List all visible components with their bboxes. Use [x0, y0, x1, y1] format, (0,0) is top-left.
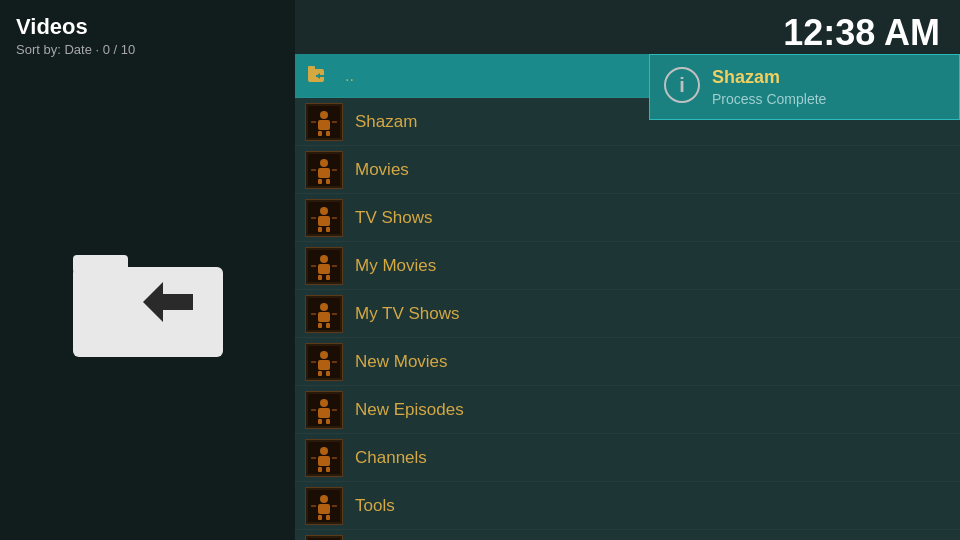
item-thumbnail-icon [305, 343, 343, 381]
svg-rect-0 [73, 267, 223, 357]
svg-rect-37 [318, 312, 330, 322]
item-thumbnail-icon [305, 247, 343, 285]
list-items-container: Shazam Movies TV Shows [295, 98, 960, 540]
back-icon [305, 62, 333, 90]
svg-rect-39 [326, 323, 330, 328]
svg-rect-66 [318, 515, 322, 520]
item-label: Shazam [355, 112, 417, 132]
svg-rect-51 [318, 408, 330, 418]
list-item[interactable]: Tools [295, 482, 960, 530]
info-content: Shazam Process Complete [712, 67, 826, 107]
svg-point-43 [320, 351, 328, 359]
item-thumbnail-icon [305, 295, 343, 333]
list-item[interactable]: Search [295, 530, 960, 540]
folder-back-icon [68, 237, 228, 367]
list-item[interactable]: My TV Shows [295, 290, 960, 338]
svg-point-57 [320, 447, 328, 455]
info-title: Shazam [712, 67, 826, 88]
svg-rect-45 [318, 371, 322, 376]
clock: 12:38 AM [783, 12, 940, 54]
list-item[interactable]: Channels [295, 434, 960, 482]
list-item[interactable]: TV Shows [295, 194, 960, 242]
separator: · [96, 42, 103, 57]
svg-rect-67 [326, 515, 330, 520]
svg-rect-30 [318, 264, 330, 274]
info-icon: i [664, 67, 700, 103]
svg-point-15 [320, 159, 328, 167]
svg-rect-10 [318, 131, 322, 136]
item-label: My TV Shows [355, 304, 460, 324]
svg-point-36 [320, 303, 328, 311]
sort-label: Sort by: Date [16, 42, 92, 57]
svg-rect-11 [326, 131, 330, 136]
list-item[interactable]: New Movies [295, 338, 960, 386]
svg-rect-17 [318, 179, 322, 184]
svg-rect-59 [318, 467, 322, 472]
item-thumbnail-icon [305, 535, 343, 541]
svg-rect-23 [318, 216, 330, 226]
info-popup: i Shazam Process Complete [649, 54, 960, 120]
item-label: TV Shows [355, 208, 432, 228]
svg-rect-31 [318, 275, 322, 280]
svg-point-64 [320, 495, 328, 503]
list-panel: .. Shazam Movies [295, 54, 960, 540]
list-item[interactable]: Movies [295, 146, 960, 194]
item-thumbnail-icon [305, 487, 343, 525]
svg-point-22 [320, 207, 328, 215]
sort-info: Sort by: Date · 0 / 10 [16, 42, 279, 57]
item-thumbnail-icon [305, 199, 343, 237]
info-subtitle: Process Complete [712, 91, 826, 107]
svg-rect-16 [318, 168, 330, 178]
folder-icon-area [0, 63, 295, 540]
svg-point-8 [320, 111, 328, 119]
svg-point-50 [320, 399, 328, 407]
svg-rect-65 [318, 504, 330, 514]
item-label: Tools [355, 496, 395, 516]
page-title: Videos [16, 14, 279, 40]
left-panel: Videos Sort by: Date · 0 / 10 [0, 0, 295, 540]
svg-rect-32 [326, 275, 330, 280]
item-label: Channels [355, 448, 427, 468]
svg-rect-38 [318, 323, 322, 328]
svg-rect-18 [326, 179, 330, 184]
svg-rect-9 [318, 120, 330, 130]
svg-rect-1 [73, 255, 128, 273]
item-count: 0 / 10 [103, 42, 136, 57]
item-thumbnail-icon [305, 391, 343, 429]
item-label: My Movies [355, 256, 436, 276]
svg-rect-60 [326, 467, 330, 472]
back-item-label: .. [345, 67, 354, 85]
item-thumbnail-icon [305, 151, 343, 189]
list-item[interactable]: My Movies [295, 242, 960, 290]
list-item[interactable]: New Episodes [295, 386, 960, 434]
svg-point-29 [320, 255, 328, 263]
svg-rect-44 [318, 360, 330, 370]
header-area: Videos Sort by: Date · 0 / 10 [0, 0, 295, 63]
svg-rect-4 [308, 66, 315, 71]
svg-rect-24 [318, 227, 322, 232]
svg-rect-25 [326, 227, 330, 232]
item-label: Movies [355, 160, 409, 180]
svg-rect-53 [326, 419, 330, 424]
svg-rect-46 [326, 371, 330, 376]
item-label: New Episodes [355, 400, 464, 420]
svg-rect-52 [318, 419, 322, 424]
item-thumbnail-icon [305, 103, 343, 141]
svg-rect-58 [318, 456, 330, 466]
item-label: New Movies [355, 352, 448, 372]
item-thumbnail-icon [305, 439, 343, 477]
